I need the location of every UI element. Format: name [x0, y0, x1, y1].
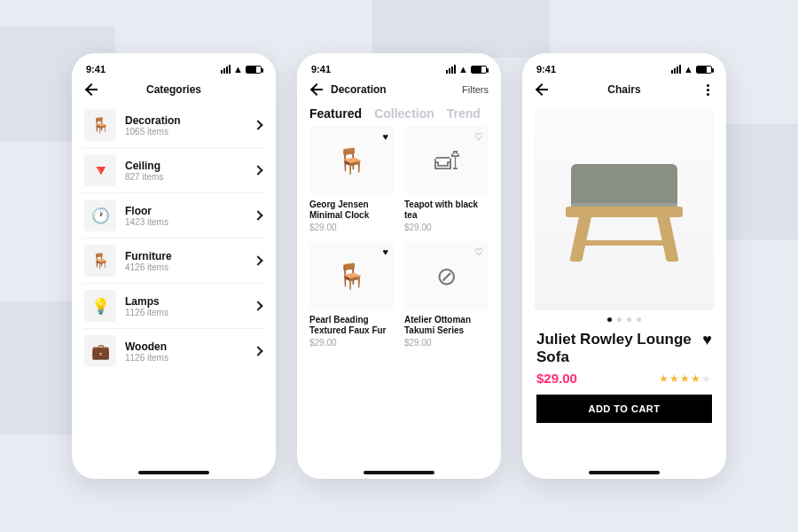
battery-icon: [696, 66, 712, 74]
tab-trending[interactable]: Trend: [447, 106, 481, 121]
category-item-lamps[interactable]: 💡 Lamps 1126 items: [82, 284, 265, 329]
product-price: $29.00: [309, 338, 394, 348]
product-price: $29.00: [404, 338, 489, 348]
add-to-cart-button[interactable]: ADD TO CART: [536, 395, 712, 423]
category-thumb: 🪑: [84, 245, 116, 277]
wifi-icon: ▲: [233, 64, 243, 74]
category-thumb: 🪑: [84, 109, 116, 141]
category-thumb: 🕐: [84, 200, 116, 231]
product-title: Georg Jensen Minimal Clock: [309, 200, 394, 221]
dot-active: [607, 317, 612, 322]
phone-categories: 9:41 ▲ Categories 🪑 Decoration 1065 item…: [72, 53, 276, 479]
category-text: Wooden 1126 items: [125, 340, 244, 363]
navbar: Chairs: [522, 74, 726, 103]
category-count: 4126 items: [125, 262, 244, 272]
category-name: Furniture: [125, 250, 244, 262]
product-image: 🛋 ♡: [404, 126, 489, 195]
navbar: Decoration Filters: [297, 74, 501, 103]
heart-icon[interactable]: ♥: [382, 246, 388, 257]
category-count: 1065 items: [125, 127, 244, 137]
category-item-furniture[interactable]: 🪑 Furniture 4126 items: [82, 239, 265, 284]
status-time: 9:41: [311, 64, 331, 74]
product-price: $29.00: [404, 223, 489, 232]
chevron-right-icon: [253, 120, 263, 130]
category-item-decoration[interactable]: 🪑 Decoration 1065 items: [82, 103, 265, 148]
back-button[interactable]: Decoration: [309, 82, 387, 98]
category-item-wooden[interactable]: 💼 Wooden 1126 items: [82, 329, 265, 373]
heart-icon[interactable]: ♥: [702, 331, 712, 349]
chevron-right-icon: [253, 210, 263, 221]
product-grid: 🪑 ♥ Georg Jensen Minimal Clock $29.00 🛋 …: [297, 126, 501, 356]
product-detail: Juliet Rowley Lounge Sofa ♥ $29.00 ★★★★★…: [522, 325, 726, 434]
category-thumb: 💼: [84, 335, 116, 367]
category-item-floor[interactable]: 🕐 Floor 1423 items: [82, 193, 265, 239]
tab-collection[interactable]: Collection: [374, 106, 434, 121]
phone-product-detail: 9:41 ▲ Chairs: [522, 53, 726, 479]
product-hero-image[interactable]: [535, 106, 714, 310]
back-icon[interactable]: [84, 82, 100, 98]
tab-bar: Featured Collection Trend: [297, 103, 501, 126]
category-text: Floor 1423 items: [125, 205, 244, 227]
product-title: Atelier Ottoman Takumi Series: [404, 315, 489, 336]
home-indicator: [589, 471, 660, 474]
status-icons: ▲: [221, 64, 262, 74]
category-count: 1423 items: [125, 217, 244, 227]
heart-icon[interactable]: ♡: [474, 131, 483, 143]
product-card[interactable]: ⊘ ♡ Atelier Ottoman Takumi Series $29.00: [404, 241, 489, 348]
product-price: $29.00: [309, 223, 394, 232]
status-time: 9:41: [86, 64, 106, 74]
tab-featured[interactable]: Featured: [309, 106, 362, 121]
page-title: Chairs: [522, 83, 726, 96]
signal-icon: [221, 65, 231, 74]
back-icon[interactable]: [535, 82, 551, 98]
product-title: Teapot with black tea: [404, 200, 489, 221]
category-item-ceiling[interactable]: 🔻 Ceiling 827 items: [82, 148, 265, 193]
home-indicator: [364, 471, 434, 474]
chevron-right-icon: [253, 255, 263, 266]
dot: [637, 317, 641, 322]
heart-icon[interactable]: ♥: [382, 131, 388, 142]
status-bar: 9:41 ▲: [72, 60, 276, 74]
battery-icon: [471, 66, 487, 74]
dot: [617, 317, 622, 322]
heart-icon[interactable]: ♡: [474, 246, 483, 258]
back-label: Decoration: [331, 83, 387, 96]
category-count: 1126 items: [125, 353, 244, 363]
page-title: Categories: [72, 83, 276, 96]
category-name: Lamps: [125, 295, 244, 308]
category-list: 🪑 Decoration 1065 items 🔻 Ceiling 827 it…: [72, 103, 276, 479]
home-indicator: [138, 471, 209, 474]
page-dots[interactable]: [522, 310, 726, 325]
category-name: Decoration: [125, 114, 244, 127]
category-text: Ceiling 827 items: [125, 160, 244, 182]
status-time: 9:41: [536, 64, 556, 74]
chevron-right-icon: [253, 301, 263, 311]
category-count: 827 items: [125, 172, 244, 182]
product-card[interactable]: 🪑 ♥ Pearl Beading Textured Faux Fur $29.…: [309, 241, 394, 348]
status-icons: ▲: [671, 64, 712, 74]
category-thumb: 💡: [84, 290, 116, 322]
category-text: Furniture 4126 items: [125, 250, 244, 272]
category-name: Ceiling: [125, 160, 244, 172]
product-image: 🪑 ♥: [309, 126, 394, 195]
category-name: Floor: [125, 205, 244, 217]
filters-button[interactable]: Filters: [462, 84, 489, 95]
battery-icon: [246, 66, 262, 74]
category-text: Lamps 1126 items: [125, 295, 244, 317]
product-card[interactable]: 🪑 ♥ Georg Jensen Minimal Clock $29.00: [309, 126, 394, 232]
more-icon[interactable]: [701, 84, 714, 96]
rating-stars: ★★★★★: [659, 372, 712, 385]
signal-icon: [671, 65, 681, 74]
product-card[interactable]: 🛋 ♡ Teapot with black tea $29.00: [404, 126, 489, 232]
product-price: $29.00: [536, 371, 577, 386]
wifi-icon: ▲: [684, 64, 693, 74]
category-thumb: 🔻: [84, 154, 116, 186]
chevron-right-icon: [253, 165, 263, 176]
status-icons: ▲: [446, 64, 487, 74]
category-count: 1126 items: [125, 308, 244, 317]
dot: [627, 317, 631, 322]
phone-decoration: 9:41 ▲ Decoration Filters Featured Colle…: [297, 53, 501, 479]
back-icon: [309, 82, 325, 98]
product-image: 🪑 ♥: [309, 241, 394, 310]
chevron-right-icon: [253, 346, 263, 356]
